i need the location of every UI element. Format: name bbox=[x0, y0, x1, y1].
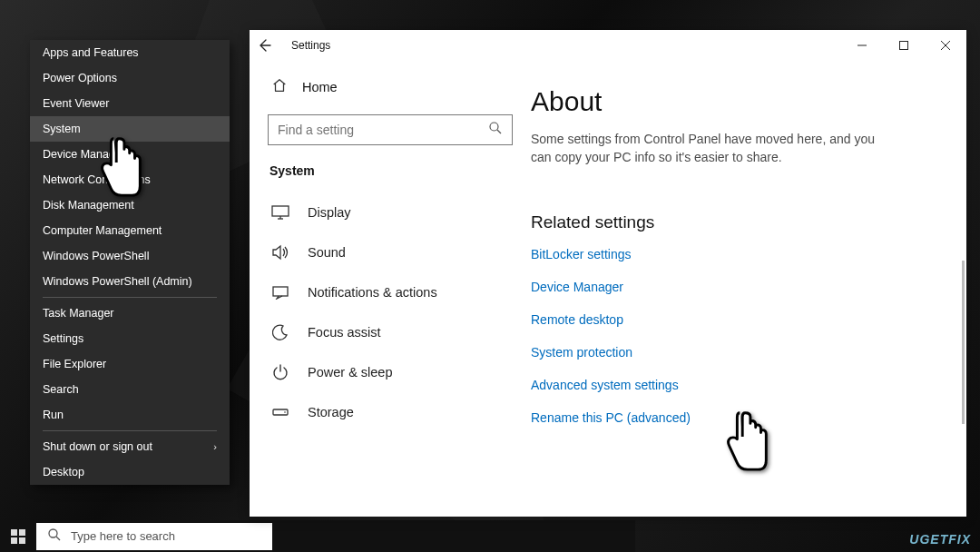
minimize-button[interactable] bbox=[841, 31, 883, 60]
winx-item-label: Settings bbox=[43, 332, 83, 345]
nav-item-label: Focus assist bbox=[308, 325, 381, 340]
winx-item-label: Shut down or sign out bbox=[43, 440, 152, 453]
winx-item[interactable]: Task Manager bbox=[30, 301, 230, 326]
svg-rect-10 bbox=[11, 529, 17, 536]
settings-page: About Some settings from Control Panel h… bbox=[531, 61, 966, 517]
svg-rect-12 bbox=[11, 537, 17, 544]
display-icon bbox=[271, 203, 289, 222]
nav-item-power[interactable]: Power & sleep bbox=[268, 352, 513, 392]
svg-rect-1 bbox=[900, 42, 908, 50]
related-link[interactable]: System protection bbox=[531, 345, 950, 360]
winx-item[interactable]: System bbox=[30, 116, 230, 142]
maximize-button[interactable] bbox=[883, 31, 925, 60]
page-heading: About bbox=[531, 86, 950, 117]
winx-item[interactable]: Device Manager bbox=[30, 142, 230, 167]
winx-item-label: Power Options bbox=[43, 72, 117, 84]
related-link[interactable]: BitLocker settings bbox=[531, 247, 950, 261]
winx-item[interactable]: Network Connections bbox=[30, 167, 230, 192]
scrollbar[interactable] bbox=[962, 261, 965, 424]
svg-point-14 bbox=[49, 529, 57, 537]
chevron-right-icon: › bbox=[213, 441, 217, 452]
nav-item-storage[interactable]: Storage bbox=[268, 392, 513, 432]
back-button[interactable] bbox=[255, 36, 273, 54]
nav-item-sound[interactable]: Sound bbox=[268, 232, 513, 272]
nav-item-notifications[interactable]: Notifications & actions bbox=[268, 272, 513, 312]
winx-item[interactable]: Settings bbox=[30, 326, 230, 351]
search-input[interactable] bbox=[278, 123, 457, 137]
close-button[interactable] bbox=[925, 31, 966, 60]
nav-item-label: Storage bbox=[308, 405, 354, 419]
winx-item-label: Network Connections bbox=[43, 173, 151, 186]
start-button[interactable] bbox=[0, 520, 36, 552]
related-link[interactable]: Advanced system settings bbox=[531, 378, 950, 392]
titlebar: Settings bbox=[250, 30, 966, 61]
nav-item-label: Sound bbox=[308, 245, 346, 260]
watermark: UGETFIX bbox=[909, 532, 971, 547]
winx-item[interactable]: Run bbox=[30, 402, 230, 428]
winx-item-label: Search bbox=[43, 383, 79, 396]
svg-rect-13 bbox=[19, 537, 25, 544]
winx-item[interactable]: Windows PowerShell bbox=[30, 243, 230, 269]
sound-icon bbox=[271, 243, 289, 261]
nav-item-display[interactable]: Display bbox=[268, 192, 513, 232]
svg-rect-7 bbox=[273, 287, 288, 296]
winx-item-label: Event Viewer bbox=[43, 97, 109, 110]
home-nav-item[interactable]: Home bbox=[268, 72, 513, 102]
winx-item-label: Windows PowerShell (Admin) bbox=[43, 275, 192, 288]
winx-item-label: Run bbox=[43, 409, 64, 421]
svg-point-2 bbox=[490, 123, 498, 131]
winx-item-label: Computer Management bbox=[43, 224, 162, 237]
settings-nav: Home System DisplaySoundNotifications & … bbox=[250, 61, 531, 517]
related-link[interactable]: Device Manager bbox=[531, 280, 950, 294]
nav-item-label: Notifications & actions bbox=[308, 285, 437, 300]
winx-item-label: Windows PowerShell bbox=[43, 250, 149, 262]
focus-icon bbox=[271, 323, 289, 341]
power-icon bbox=[271, 363, 289, 381]
svg-line-3 bbox=[497, 130, 501, 133]
winx-item[interactable]: Shut down or sign out› bbox=[30, 434, 230, 459]
nav-item-focus[interactable]: Focus assist bbox=[268, 312, 513, 352]
winx-item-label: File Explorer bbox=[43, 358, 106, 370]
storage-icon bbox=[271, 403, 289, 421]
related-heading: Related settings bbox=[531, 212, 950, 232]
settings-window: Settings Home System DisplaySoundN bbox=[250, 30, 966, 517]
section-title: System bbox=[270, 163, 511, 178]
winx-item[interactable]: Search bbox=[30, 377, 230, 402]
winx-item[interactable]: Power Options bbox=[30, 65, 230, 91]
svg-point-9 bbox=[284, 411, 286, 413]
taskbar: Type here to search bbox=[0, 520, 635, 552]
winx-item-label: Task Manager bbox=[43, 307, 114, 320]
winx-item-label: Apps and Features bbox=[43, 46, 139, 59]
svg-rect-11 bbox=[19, 529, 25, 536]
window-title: Settings bbox=[291, 39, 330, 52]
winx-menu: Apps and FeaturesPower OptionsEvent View… bbox=[30, 40, 230, 485]
winx-item[interactable]: Event Viewer bbox=[30, 91, 230, 116]
winx-item[interactable]: File Explorer bbox=[30, 351, 230, 377]
taskbar-search-label: Type here to search bbox=[71, 529, 175, 543]
related-link[interactable]: Remote desktop bbox=[531, 312, 950, 327]
search-icon bbox=[47, 527, 62, 545]
winx-item[interactable]: Windows PowerShell (Admin) bbox=[30, 269, 230, 294]
svg-line-15 bbox=[56, 537, 60, 540]
nav-item-label: Power & sleep bbox=[308, 365, 393, 380]
search-icon bbox=[488, 121, 503, 139]
home-icon bbox=[271, 77, 288, 96]
winx-item-label: Disk Management bbox=[43, 199, 134, 212]
taskbar-search[interactable]: Type here to search bbox=[36, 523, 272, 550]
search-field[interactable] bbox=[268, 114, 513, 145]
related-link[interactable]: Rename this PC (advanced) bbox=[531, 410, 950, 425]
winx-item[interactable]: Computer Management bbox=[30, 218, 230, 243]
winx-item-label: Device Manager bbox=[43, 148, 125, 161]
nav-item-label: Display bbox=[308, 205, 351, 220]
svg-rect-4 bbox=[272, 206, 289, 216]
winx-item[interactable]: Disk Management bbox=[30, 192, 230, 218]
home-label: Home bbox=[302, 80, 338, 94]
notifications-icon bbox=[271, 283, 289, 301]
page-description: Some settings from Control Panel have mo… bbox=[531, 130, 885, 167]
winx-item-label: Desktop bbox=[43, 466, 84, 478]
winx-item[interactable]: Desktop bbox=[30, 459, 230, 485]
winx-item-label: System bbox=[43, 123, 81, 135]
winx-item[interactable]: Apps and Features bbox=[30, 40, 230, 65]
